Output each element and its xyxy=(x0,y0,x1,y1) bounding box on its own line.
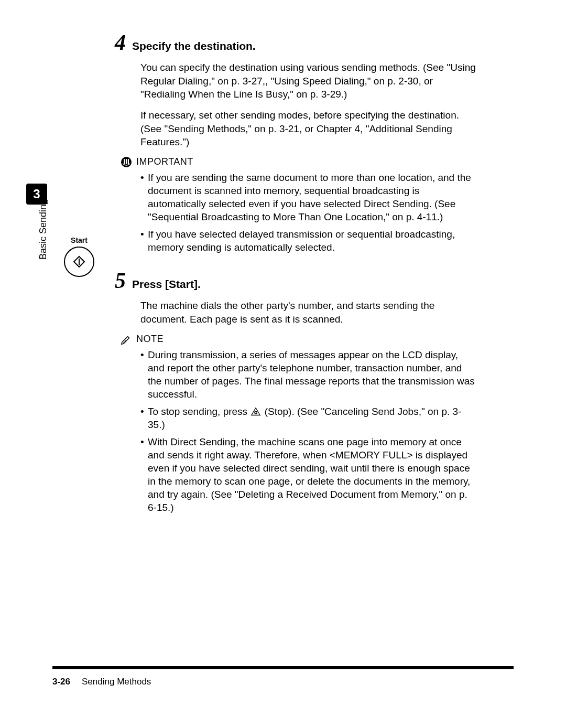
step-body: The machine dials the other party's numb… xyxy=(140,299,477,326)
callout-body: If you are sending the same document to … xyxy=(140,171,477,254)
start-button-oval xyxy=(64,247,94,277)
footer-rule xyxy=(52,666,514,669)
svg-rect-4 xyxy=(126,159,127,164)
step-body: You can specify the destination using va… xyxy=(140,61,477,149)
callout-label: IMPORTANT xyxy=(136,156,193,167)
main-content: 4 Specify the destination. You can speci… xyxy=(105,31,477,530)
step-5: 5 Press [Start]. The machine dials the o… xyxy=(105,270,477,514)
bullet-item: During transmission, a series of message… xyxy=(140,348,477,401)
bullet-item: If you have selected delayed transmissio… xyxy=(140,228,477,254)
page-number: 3-26 xyxy=(52,677,70,687)
step-paragraph: If necessary, set other sending modes, b… xyxy=(140,109,477,149)
step-paragraph: The machine dials the other party's numb… xyxy=(140,299,477,326)
callout-label: NOTE xyxy=(136,334,164,345)
bullet-item: With Direct Sending, the machine scans o… xyxy=(140,435,477,514)
step-paragraph: You can specify the destination using va… xyxy=(140,61,477,101)
start-button-label: Start xyxy=(61,236,97,244)
step-number: 5 xyxy=(105,270,126,292)
step-4: 4 Specify the destination. You can speci… xyxy=(105,31,477,254)
svg-rect-5 xyxy=(128,159,129,164)
footer-section-title: Sending Methods xyxy=(82,677,151,687)
callout-heading: NOTE xyxy=(121,334,477,345)
svg-rect-3 xyxy=(124,159,125,164)
note-icon xyxy=(121,334,132,345)
bullet-item: To stop sending, press (Stop). (See "Can… xyxy=(140,405,477,431)
important-callout: IMPORTANT If you are sending the same do… xyxy=(121,156,477,254)
callout-body: During transmission, a series of message… xyxy=(140,348,477,515)
bullet-item: If you are sending the same document to … xyxy=(140,171,477,223)
step-heading: 5 Press [Start]. xyxy=(105,270,477,292)
step-heading: 4 Specify the destination. xyxy=(105,31,477,53)
start-diamond-icon xyxy=(73,255,85,268)
page-footer: 3-26 Sending Methods xyxy=(52,677,151,687)
start-button-illustration: Start xyxy=(61,236,97,277)
step-title: Press [Start]. xyxy=(132,278,201,291)
note-callout: NOTE During transmission, a series of me… xyxy=(121,334,477,515)
callout-heading: IMPORTANT xyxy=(121,156,477,168)
step-title: Specify the destination. xyxy=(132,40,256,52)
chapter-title-vertical: Basic Sending xyxy=(38,199,49,260)
important-icon xyxy=(121,156,132,168)
stop-icon xyxy=(250,406,262,418)
svg-point-9 xyxy=(255,411,257,413)
step-number: 4 xyxy=(105,31,126,53)
